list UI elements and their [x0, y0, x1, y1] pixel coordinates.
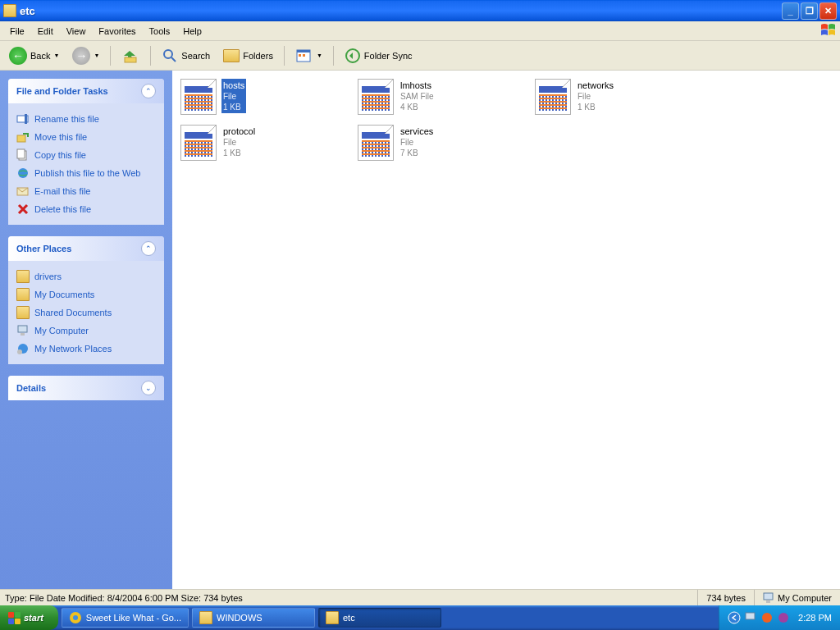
file-label: lmhostsSAM File4 KB — [399, 79, 436, 113]
taskbar: start Sweet Like What - Go... WINDOWS et… — [0, 605, 840, 630]
close-button[interactable]: ✕ — [819, 2, 837, 20]
search-label: Search — [181, 51, 210, 61]
place-shared[interactable]: Shared Documents — [16, 304, 156, 322]
tray-icon[interactable] — [760, 611, 774, 624]
task-move[interactable]: Move this file — [16, 128, 156, 146]
taskbar-item-windows[interactable]: WINDOWS — [192, 608, 315, 628]
folder-icon — [16, 306, 30, 319]
file-item-hosts[interactable]: hostsFile1 KB — [179, 77, 356, 123]
task-rename[interactable]: Rename this file — [16, 110, 156, 128]
expand-icon[interactable]: ⌄ — [141, 381, 156, 395]
svg-rect-24 — [746, 613, 755, 619]
up-icon — [121, 47, 139, 65]
forward-icon: → — [72, 47, 90, 65]
file-view[interactable]: hostsFile1 KBlmhostsSAM File4 KBnetworks… — [172, 71, 840, 589]
status-size: 734 bytes — [697, 590, 754, 605]
folders-button[interactable]: Folders — [217, 46, 279, 66]
svg-rect-4 — [297, 50, 310, 52]
computer-icon — [16, 324, 30, 337]
place-documents[interactable]: My Documents — [16, 285, 156, 304]
file-label: servicesFile7 KB — [399, 125, 435, 159]
file-type: SAM File — [400, 91, 434, 102]
place-drivers[interactable]: drivers — [16, 267, 156, 285]
task-delete[interactable]: Delete this file — [16, 200, 156, 218]
system-tray[interactable]: 2:28 PM — [719, 605, 840, 630]
tray-icon[interactable] — [777, 611, 790, 624]
views-dropdown-icon: ▼ — [317, 52, 322, 58]
svg-rect-10 — [17, 135, 25, 142]
maximize-button[interactable]: ❐ — [801, 2, 818, 20]
menu-file[interactable]: File — [3, 25, 31, 38]
start-logo-icon — [8, 612, 21, 624]
collapse-icon[interactable]: ⌃ — [141, 241, 156, 256]
panel-places-body: drivers My Documents Shared Documents My… — [8, 261, 164, 364]
task-email[interactable]: E-mail this file — [16, 182, 156, 200]
panel-tasks-body: Rename this file Move this file Copy thi… — [8, 103, 164, 225]
place-network[interactable]: My Network Places — [16, 340, 156, 358]
panel-details: Details ⌄ — [8, 376, 164, 400]
search-button[interactable]: Search — [156, 44, 216, 67]
foldersync-button[interactable]: Folder Sync — [339, 44, 418, 67]
menu-help[interactable]: Help — [176, 25, 208, 38]
folder-icon — [326, 611, 339, 624]
panel-details-header[interactable]: Details ⌄ — [8, 376, 164, 400]
svg-rect-15 — [18, 326, 27, 332]
file-item-networks[interactable]: networksFile1 KB — [533, 77, 710, 123]
file-type: File — [578, 91, 614, 102]
taskbar-item-etc[interactable]: etc — [318, 608, 441, 628]
svg-point-22 — [73, 615, 78, 620]
menu-favorites[interactable]: Favorites — [92, 25, 142, 38]
panel-tasks-header[interactable]: File and Folder Tasks ⌃ — [8, 79, 164, 103]
panel-details-title: Details — [16, 383, 46, 393]
taskbar-item-chrome[interactable]: Sweet Like What - Go... — [62, 608, 189, 628]
file-size: 7 KB — [400, 148, 433, 158]
task-copy[interactable]: Copy this file — [16, 146, 156, 164]
collapse-icon[interactable]: ⌃ — [141, 84, 156, 98]
place-mycomputer[interactable]: My Computer — [16, 322, 156, 340]
window-title: etc — [20, 5, 782, 17]
file-item-services[interactable]: servicesFile7 KB — [356, 123, 533, 169]
titlebar: etc _ ❐ ✕ — [0, 0, 840, 21]
up-button[interactable] — [116, 43, 145, 68]
minimize-button[interactable]: _ — [782, 2, 799, 20]
file-item-lmhosts[interactable]: lmhostsSAM File4 KB — [356, 77, 533, 123]
back-button[interactable]: ← Back ▼ — [3, 43, 65, 68]
svg-rect-0 — [125, 57, 136, 62]
file-type: File — [223, 91, 244, 102]
views-button[interactable]: ▼ — [290, 44, 328, 67]
file-type: File — [223, 137, 255, 148]
toolbar-separator — [284, 46, 285, 66]
rename-icon — [16, 112, 30, 126]
task-publish[interactable]: Publish this file to the Web — [16, 164, 156, 182]
menubar: File Edit View Favorites Tools Help — [0, 21, 840, 41]
file-name: services — [400, 126, 433, 137]
file-label: protocolFile1 KB — [221, 125, 257, 159]
file-label: networksFile1 KB — [576, 79, 615, 113]
network-icon — [16, 342, 30, 355]
start-button[interactable]: start — [0, 605, 58, 630]
toolbar-separator — [110, 46, 111, 66]
main-area: File and Folder Tasks ⌃ Rename this file… — [0, 71, 840, 589]
file-icon — [180, 79, 217, 115]
toolbar: ← Back ▼ → ▼ Search Folders ▼ Folder Syn… — [0, 41, 840, 71]
window-icon — [3, 4, 16, 17]
file-label: hostsFile1 KB — [221, 79, 246, 113]
file-name: hosts — [223, 80, 244, 91]
menu-edit[interactable]: Edit — [31, 25, 60, 38]
tray-hide-icon[interactable] — [728, 611, 741, 624]
tray-icon[interactable] — [744, 611, 757, 624]
forward-button[interactable]: → ▼ — [66, 43, 105, 68]
panel-tasks-title: File and Folder Tasks — [16, 86, 108, 96]
menu-tools[interactable]: Tools — [143, 25, 177, 38]
file-item-protocol[interactable]: protocolFile1 KB — [179, 123, 356, 169]
copy-icon — [16, 148, 30, 162]
status-text: Type: File Date Modified: 8/4/2004 6:00 … — [0, 593, 697, 603]
start-label: start — [24, 613, 43, 623]
back-dropdown-icon: ▼ — [53, 52, 59, 58]
window-buttons: _ ❐ ✕ — [782, 2, 837, 20]
file-icon — [358, 125, 394, 161]
file-size: 1 KB — [223, 102, 244, 112]
clock[interactable]: 2:28 PM — [798, 613, 832, 623]
panel-places-header[interactable]: Other Places ⌃ — [8, 236, 164, 261]
menu-view[interactable]: View — [60, 25, 93, 38]
